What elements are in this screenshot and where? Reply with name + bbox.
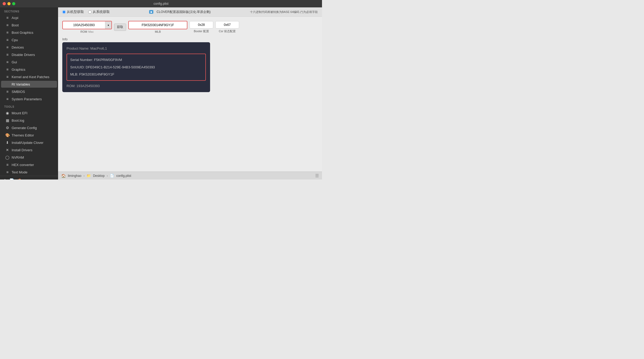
- maximize-button[interactable]: [12, 2, 15, 5]
- new-file-button[interactable]: 📄: [9, 178, 15, 180]
- sidebar-item-disable-drivers[interactable]: ≡ Disable Drivers: [1, 51, 57, 58]
- radio-group: 从机型获取 从系统获取: [62, 10, 110, 14]
- donate-label: Donate: [45, 179, 55, 180]
- sidebar-item-kernel-kext[interactable]: ≡ Kernel and Kext Patches: [1, 73, 57, 80]
- info-mlb: MLB: F5K5203014NF9GY1F: [70, 72, 202, 77]
- sidebar-item-themes-editor[interactable]: 🎨 Themes Editor: [1, 132, 57, 139]
- wrench-icon: ✕: [5, 148, 10, 152]
- sidebar-item-gui[interactable]: ≡ Gui: [1, 59, 57, 65]
- sidebar-item-rt-variables[interactable]: Rt Variables: [1, 81, 57, 88]
- get-button[interactable]: 获取: [114, 23, 126, 31]
- rom-field-group: ▾ ROM Mac: [62, 21, 112, 33]
- mlb-container: [128, 21, 187, 29]
- info-serial: Serial Number: F5KPRW0GF9VM: [70, 57, 202, 63]
- home-button[interactable]: 🏠: [17, 178, 22, 180]
- list-icon: ≡: [5, 89, 10, 94]
- breadcrumb-path3: config.plist: [116, 174, 131, 178]
- share-button[interactable]: ↗: [25, 178, 29, 180]
- list-icon: [5, 82, 10, 86]
- sidebar-item-label: System Parameters: [12, 97, 42, 101]
- rom-dropdown-button[interactable]: ▾: [105, 21, 111, 29]
- get-btn-group: 获取: [114, 23, 126, 31]
- sidebar-item-system-parameters[interactable]: ≡ System Parameters: [1, 96, 57, 102]
- minimize-button[interactable]: [7, 2, 11, 5]
- list-icon: ≡: [5, 53, 10, 57]
- palette-icon: 🎨: [5, 133, 10, 137]
- mac-label: Mac: [88, 30, 94, 33]
- sidebar-item-cpu[interactable]: ≡ Cpu: [1, 36, 57, 43]
- donate-button[interactable]: 💳 Donate: [40, 179, 55, 180]
- sidebar-item-label: Install Drivers: [12, 148, 32, 152]
- sidebar-item-install-update-clover[interactable]: ⬇ Install/Update Clover: [1, 139, 57, 146]
- rom-label: ROM: [80, 30, 87, 33]
- fields-row: ▾ ROM Mac 获取 MLB: [62, 21, 318, 33]
- mlb-label: MLB: [155, 30, 161, 33]
- radio-option-system[interactable]: 从系统获取: [88, 10, 110, 14]
- sidebar-item-smbios[interactable]: ≡ SMBIOS: [1, 88, 57, 95]
- booter-input[interactable]: [190, 21, 213, 29]
- sidebar-item-label: Cpu: [12, 38, 18, 42]
- mlb-field-group: MLB: [128, 21, 187, 33]
- radio-machine[interactable]: [62, 10, 66, 14]
- sidebar-item-label: SMBIOS: [12, 90, 25, 94]
- main-container: SECTIONS ≡ Acpi ≡ Boot ≡ Boot Graphics ≡…: [0, 7, 322, 180]
- home-breadcrumb-icon: 🏠: [61, 174, 66, 178]
- menu-icon: ☰: [315, 173, 319, 178]
- sidebar-item-acpi[interactable]: ≡ Acpi: [1, 14, 57, 21]
- info-label: Info: [62, 37, 318, 41]
- info-section: Info Product Name: MacPro6,1 Serial Numb…: [62, 37, 318, 92]
- hex-note: 十六进制代码将被转换为BASE 64编码 (*)为必填字段: [250, 10, 318, 14]
- list-icon: ≡: [5, 97, 10, 101]
- sidebar-item-boot-log[interactable]: ▦ Boot.log: [1, 117, 57, 124]
- info-box: Product Name: MacPro6,1 Serial Number: F…: [62, 42, 210, 92]
- sidebar-item-boot-graphics[interactable]: ≡ Boot Graphics: [1, 29, 57, 36]
- sidebar-item-graphics[interactable]: ≡ Graphics: [1, 66, 57, 73]
- sidebar-item-generate-config[interactable]: ⚙ Generate Config: [1, 124, 57, 131]
- list-icon: ≡: [5, 30, 10, 35]
- upload-button[interactable]: ⬆: [3, 178, 7, 180]
- rom-container: ▾: [62, 21, 112, 29]
- csr-field-group: Csr 状态配置: [215, 21, 239, 33]
- breadcrumb-folder-icon: 📁: [87, 174, 91, 178]
- info-smuuid: SmUUID: DFE049C1-B214-529E-94B3-5009EA45…: [70, 65, 202, 70]
- list-icon: ≡: [5, 75, 10, 79]
- sidebar-item-label: Generate Config: [12, 126, 37, 130]
- breadcrumb-arrow-1: ›: [83, 174, 84, 178]
- list-icon: ≡: [5, 45, 10, 49]
- sidebar-toolbar: ⬆ 📄 🏠 ↗ 💳 Donate: [0, 176, 58, 180]
- mlb-input[interactable]: [129, 21, 187, 29]
- sidebar: SECTIONS ≡ Acpi ≡ Boot ≡ Boot Graphics ≡…: [0, 7, 58, 180]
- radio-system[interactable]: [88, 10, 92, 14]
- info-product: Product Name: MacPro6,1: [67, 46, 206, 50]
- sidebar-item-devices[interactable]: ≡ Devices: [1, 44, 57, 51]
- sidebar-item-nvram[interactable]: ◯ NVRAM: [1, 154, 57, 161]
- close-button[interactable]: [3, 2, 6, 5]
- list-icon: ≡: [5, 60, 10, 64]
- list-icon: ≡: [5, 38, 10, 42]
- sidebar-item-boot[interactable]: ≡ Boot: [1, 22, 57, 29]
- list-icon: ≡: [5, 67, 10, 72]
- sidebar-item-label: Disable Drivers: [12, 53, 35, 57]
- sidebar-item-hex-converter[interactable]: ≡ HEX converter: [1, 161, 57, 168]
- sidebar-item-label: Boot: [12, 23, 19, 27]
- sidebar-item-install-drivers[interactable]: ✕ Install Drivers: [1, 147, 57, 153]
- paypal-icon: 💳: [40, 179, 44, 180]
- radio-machine-label: 从机型获取: [67, 10, 84, 14]
- csr-input[interactable]: [215, 21, 239, 29]
- radio-option-machine[interactable]: 从机型获取: [62, 10, 84, 14]
- sidebar-item-label: Rt Variables: [12, 82, 30, 86]
- sidebar-item-label: Boot.log: [12, 119, 24, 122]
- breadcrumb-arrow-2: ›: [107, 174, 108, 178]
- rom-input[interactable]: [63, 21, 105, 29]
- clover-icon: ■: [149, 10, 154, 14]
- sidebar-item-mount-efi[interactable]: ◉ Mount EFI: [1, 110, 57, 116]
- info-highlighted-box: Serial Number: F5KPRW0GF9VM SmUUID: DFE0…: [67, 54, 206, 81]
- content-area: 从机型获取 从系统获取 ■ CLOVER配置器国际版(汉化:草原企鹅) 十六进制…: [58, 7, 322, 180]
- sidebar-item-label: NVRAM: [12, 155, 24, 159]
- sidebar-item-label: HEX converter: [12, 163, 34, 167]
- window-controls: [3, 2, 15, 5]
- sidebar-item-text-mode[interactable]: ≡ Text Mode: [1, 169, 57, 176]
- sidebar-item-label: Install/Update Clover: [12, 141, 44, 145]
- top-bar-center: ■ CLOVER配置器国际版(汉化:草原企鹅): [114, 10, 246, 14]
- tools-label: TOOLS: [0, 103, 58, 109]
